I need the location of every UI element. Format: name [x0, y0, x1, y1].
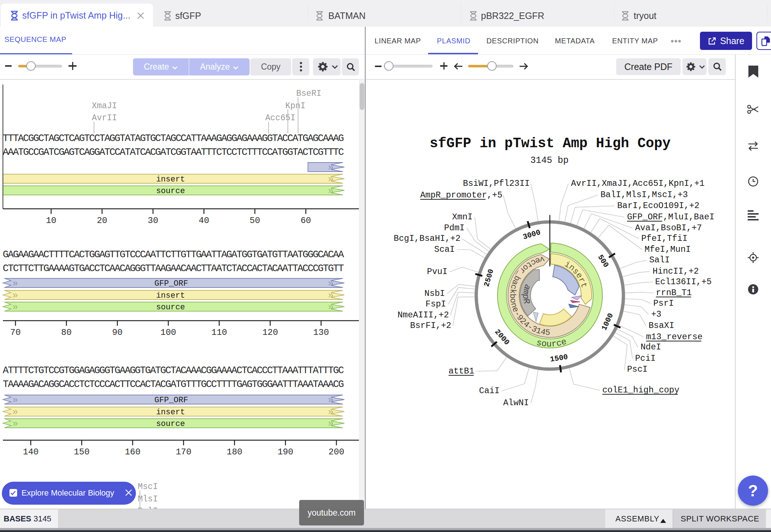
- svg-text:2500: 2500: [482, 268, 496, 288]
- svg-text:Ecl136II,+5: Ecl136II,+5: [655, 277, 712, 287]
- svg-text:»: »: [12, 278, 18, 289]
- svg-text:insert: insert: [156, 291, 185, 300]
- svg-text:1500: 1500: [549, 353, 568, 364]
- svg-text:BsrFI,+2: BsrFI,+2: [410, 321, 451, 330]
- svg-text:m13_reverse: m13_reverse: [646, 332, 702, 342]
- svg-text:AmpR_promoter,+5: AmpR_promoter,+5: [420, 190, 502, 200]
- svg-text:source: source: [156, 303, 185, 312]
- svg-text:180: 180: [227, 447, 242, 457]
- svg-text:insert: insert: [156, 175, 185, 184]
- svg-text:insert: insert: [156, 408, 185, 417]
- svg-text:AvrII: AvrII: [92, 113, 117, 123]
- svg-text:BcgI,BsaHI,+2: BcgI,BsaHI,+2: [394, 234, 461, 243]
- svg-text:AvrII,XmaJI,Acc65I,KpnI,+1: AvrII,XmaJI,Acc65I,KpnI,+1: [571, 179, 705, 188]
- svg-text:PciI: PciI: [635, 353, 655, 363]
- svg-text:»: »: [328, 407, 334, 418]
- svg-text:KpnI: KpnI: [285, 101, 305, 111]
- svg-text:SalI: SalI: [649, 255, 670, 265]
- svg-text:ScaI: ScaI: [434, 245, 455, 254]
- svg-text:AAATGCCGATCGAGTCAGGATCCATATCAC: AAATGCCGATCGAGTCAGGATCCATATCACGATCGGTAAT…: [3, 147, 344, 158]
- svg-text:»: »: [12, 407, 18, 418]
- svg-text:Acc65I: Acc65I: [265, 113, 296, 123]
- svg-text:»: »: [12, 418, 18, 429]
- svg-text:rrnB_T1: rrnB_T1: [656, 288, 692, 298]
- svg-text:GAGAAGAACTTTTCACTGGAGTTGTCCCAA: GAGAAGAACTTTTCACTGGAGTTGTCCCAATTCTTGTTGA…: [3, 249, 344, 260]
- svg-text:BarI,EcoO109I,+2: BarI,EcoO109I,+2: [617, 201, 700, 211]
- svg-text:MlsI: MlsI: [138, 494, 158, 504]
- svg-text:MfeI,MunI: MfeI,MunI: [645, 245, 691, 254]
- svg-text:500: 500: [596, 253, 610, 269]
- svg-text:PsrI: PsrI: [653, 298, 674, 308]
- svg-text:»: »: [328, 174, 334, 185]
- svg-text:30: 30: [148, 216, 158, 226]
- svg-text:XmaJI: XmaJI: [92, 101, 117, 111]
- svg-text:+3: +3: [651, 309, 661, 319]
- svg-text:AvaI,BsoBI,+7: AvaI,BsoBI,+7: [635, 223, 702, 233]
- svg-text:FspI: FspI: [426, 299, 446, 309]
- svg-text:GFP_ORF,MluI,BaeI: GFP_ORF,MluI,BaeI: [627, 212, 715, 222]
- svg-text:»: »: [12, 395, 18, 406]
- svg-text:NsbI: NsbI: [424, 289, 445, 298]
- svg-text:BseRI: BseRI: [296, 89, 321, 98]
- svg-text:»: »: [12, 302, 18, 313]
- svg-text:GFP_ORF: GFP_ORF: [154, 396, 188, 405]
- svg-text:120: 120: [262, 328, 278, 337]
- svg-text:»: »: [328, 278, 334, 289]
- svg-text:XmnI: XmnI: [452, 212, 473, 222]
- svg-text:200: 200: [329, 447, 344, 457]
- svg-text:BsaXI: BsaXI: [649, 321, 674, 330]
- svg-text:70: 70: [10, 328, 21, 337]
- svg-text:60: 60: [301, 216, 311, 226]
- svg-text:150: 150: [74, 447, 90, 457]
- svg-text:CaiI: CaiI: [479, 386, 500, 396]
- svg-text:»: »: [328, 418, 334, 429]
- svg-text:TTTACGGCTAGCTCAGTCCTAGGTATAGTG: TTTACGGCTAGCTCAGTCCTAGGTATAGTGCTAGCCATTA…: [3, 133, 344, 144]
- svg-text:colE1_high_copy: colE1_high_copy: [602, 385, 680, 395]
- svg-text:160: 160: [125, 447, 140, 457]
- svg-text:170: 170: [176, 447, 191, 457]
- svg-text:ATTTTCTGTCCGTGGAGAGGGTGAAGGTGA: ATTTTCTGTCCGTGGAGAGGGTGAAGGTGATGCTACAAAC…: [3, 365, 344, 376]
- svg-text:40: 40: [199, 216, 209, 226]
- svg-text:»: »: [328, 395, 334, 406]
- svg-text:CTCTTCTTGAAAAGTGACCTCAACAGGGTT: CTCTTCTTGAAAAGTGACCTCAACAGGGTTAAGAACAACT…: [3, 263, 344, 274]
- svg-text:1000: 1000: [600, 312, 615, 332]
- svg-text:PdmI: PdmI: [444, 223, 465, 233]
- svg-text:sfGFP in pTwist Amp High Copy: sfGFP in pTwist Amp High Copy: [430, 136, 671, 151]
- svg-text:»: »: [328, 162, 334, 173]
- svg-text:130: 130: [313, 328, 329, 337]
- svg-text:source: source: [156, 419, 185, 429]
- svg-text:190: 190: [278, 447, 293, 457]
- svg-text:140: 140: [23, 447, 39, 457]
- svg-text:PvuI: PvuI: [427, 267, 447, 277]
- svg-text:GFP_ORF: GFP_ORF: [154, 279, 188, 288]
- svg-text:PscI: PscI: [627, 364, 647, 374]
- svg-text:»: »: [328, 290, 334, 301]
- svg-text:90: 90: [112, 328, 123, 337]
- svg-text:3145 bp: 3145 bp: [530, 155, 568, 166]
- svg-text:80: 80: [61, 328, 72, 337]
- svg-text:HincII,+2: HincII,+2: [653, 266, 699, 276]
- svg-text:TAAAAGACAGGCACCTCTCCCACTTCCACT: TAAAAGACAGGCACCTCTCCCACTTCCACTACGATGTTTG…: [3, 379, 344, 390]
- svg-text:source: source: [156, 187, 185, 196]
- svg-text:NmeAIII,+2: NmeAIII,+2: [398, 310, 449, 320]
- svg-text:50: 50: [250, 216, 260, 226]
- svg-text:3000: 3000: [522, 228, 541, 241]
- svg-text:PfeI,TfiI: PfeI,TfiI: [641, 234, 688, 243]
- svg-text:attB1: attB1: [449, 366, 474, 376]
- svg-text:110: 110: [211, 328, 227, 337]
- svg-text:BalI,MlsI,MscI,+3: BalI,MlsI,MscI,+3: [600, 190, 688, 200]
- svg-text:NdeI: NdeI: [641, 342, 661, 352]
- svg-text:10: 10: [46, 216, 56, 226]
- svg-text:»: »: [328, 302, 334, 313]
- svg-text:»: »: [328, 185, 334, 196]
- svg-text:MscI: MscI: [138, 482, 158, 492]
- svg-text:100: 100: [160, 328, 176, 337]
- svg-text:»: »: [12, 290, 18, 301]
- svg-text:BsiWI,Pfl23II: BsiWI,Pfl23II: [463, 179, 530, 188]
- svg-text:AlwNI: AlwNI: [503, 398, 529, 408]
- svg-text:20: 20: [97, 216, 107, 226]
